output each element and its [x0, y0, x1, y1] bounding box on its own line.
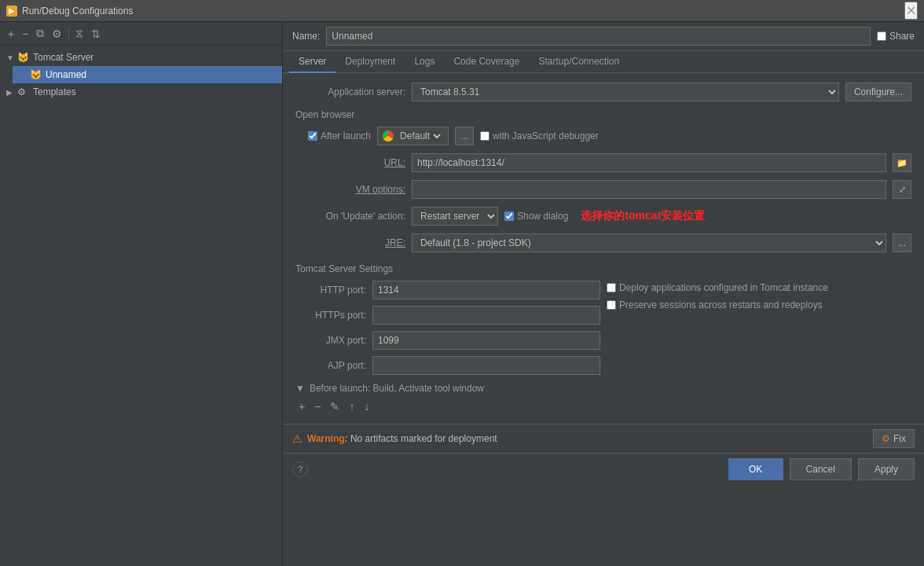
cancel-button[interactable]: Cancel [790, 458, 852, 480]
tree-unnamed-item[interactable]: 🐱 Unnamed [13, 66, 282, 83]
tab-logs[interactable]: Logs [405, 51, 444, 73]
tree-area: ▼ 🐱 Tomcat Server 🐱 Unnamed ▶ ⚙ Template… [0, 46, 282, 566]
js-debugger-label: with JavaScript debugger [493, 130, 599, 142]
warning-bold: Warning: [307, 433, 348, 444]
close-button[interactable]: ✕ [904, 2, 918, 20]
server-tab-content: Application server: Tomcat 8.5.31 Config… [283, 73, 924, 424]
tab-server[interactable]: Server [289, 51, 336, 73]
deploy-tomcat-checkbox[interactable] [607, 283, 616, 292]
http-port-row: HTTP port: [295, 281, 600, 300]
deploy-tomcat-check-wrap: Deploy applications configured in Tomcat… [607, 282, 911, 293]
run-debug-dialog: ▶ Run/Debug Configurations ✕ + − ⧉ ⚙ ⧖ ⇅… [0, 0, 924, 566]
vm-input-wrap [412, 180, 886, 199]
url-label: URL: [295, 157, 405, 168]
vm-expand-button[interactable]: ⤢ [893, 180, 911, 199]
templates-expand-icon: ▶ [6, 88, 17, 97]
url-input[interactable] [412, 153, 886, 172]
share-checkbox-wrap: Share [877, 31, 915, 42]
warning-message: No artifacts marked for deployment [350, 433, 497, 444]
tabs-bar: Server Deployment Logs Code Coverage Sta… [283, 51, 924, 73]
expand-arrow-icon: ▼ [6, 53, 17, 62]
before-launch-header: ▼ Before launch: Build, Activate tool wi… [295, 383, 911, 394]
tomcat-settings-title: Tomcat Server Settings [295, 263, 911, 274]
left-toolbar: + − ⧉ ⚙ ⧖ ⇅ [0, 22, 282, 46]
ports-left: HTTP port: HTTPs port: JMX port: [295, 281, 600, 375]
title-bar-left: ▶ Run/Debug Configurations [6, 6, 133, 17]
dialog-buttons-bar: ? OK Cancel Apply [283, 453, 924, 485]
tree-templates-group[interactable]: ▶ ⚙ Templates [0, 83, 282, 101]
tab-deployment[interactable]: Deployment [336, 51, 405, 73]
chrome-icon [383, 130, 394, 142]
warning-icon: ⚠ [292, 432, 302, 445]
before-launch-add-button[interactable]: + [295, 399, 308, 414]
on-update-row: On 'Update' action: Restart server Show … [295, 207, 911, 226]
unnamed-label: Unnamed [46, 69, 86, 80]
show-dialog-checkbox[interactable] [504, 211, 514, 221]
share-checkbox[interactable] [877, 31, 886, 41]
settings-button[interactable]: ⚙ [49, 26, 65, 42]
tomcat-group-label: Tomcat Server [33, 52, 94, 63]
http-port-input[interactable] [372, 281, 600, 300]
main-content: + − ⧉ ⚙ ⧖ ⇅ ▼ 🐱 Tomcat Server 🐱 [0, 22, 924, 566]
jre-row: JRE: Default (1.8 - project SDK) ... [295, 233, 911, 252]
add-config-button[interactable]: + [5, 26, 17, 42]
filter-button[interactable]: ⇅ [88, 26, 104, 42]
sort-button[interactable]: ⧖ [72, 25, 86, 42]
after-launch-check-wrap: After launch [308, 130, 371, 142]
app-server-row: Application server: Tomcat 8.5.31 Config… [295, 83, 911, 101]
https-port-label: HTTPs port: [295, 310, 366, 321]
tab-code-coverage[interactable]: Code Coverage [444, 51, 529, 73]
https-port-input[interactable] [372, 306, 600, 325]
on-update-select[interactable]: Restart server [412, 207, 498, 226]
app-server-select[interactable]: Tomcat 8.5.31 [412, 83, 839, 101]
before-launch-toolbar: + − ✎ ↑ ↓ [295, 399, 911, 414]
fix-label: Fix [893, 433, 906, 444]
jre-more-button[interactable]: ... [893, 233, 911, 252]
dialog-title: Run/Debug Configurations [22, 6, 133, 17]
preserve-sessions-label: Preserve sessions across restarts and re… [619, 300, 823, 311]
annotation-text-update: 选择你的tomcat安装位置 [581, 209, 705, 223]
ajp-port-input[interactable] [372, 356, 600, 375]
https-port-row: HTTPs port: [295, 306, 600, 325]
browser-select[interactable]: Default [397, 130, 443, 142]
preserve-sessions-checkbox[interactable] [607, 300, 616, 310]
ports-grid: HTTP port: HTTPs port: JMX port: [295, 281, 911, 375]
show-dialog-wrap: Show dialog [504, 211, 568, 222]
vm-options-input[interactable] [412, 180, 886, 199]
apply-button[interactable]: Apply [858, 458, 915, 480]
jmx-port-label: JMX port: [295, 335, 366, 346]
browser-ellipsis-button[interactable]: ... [455, 127, 474, 145]
jmx-port-input[interactable] [372, 331, 600, 350]
tab-startup-connection[interactable]: Startup/Connection [529, 51, 629, 73]
after-launch-checkbox[interactable] [308, 131, 317, 141]
fix-button[interactable]: ⚙ Fix [873, 429, 915, 448]
copy-config-button[interactable]: ⧉ [33, 25, 47, 42]
remove-config-button[interactable]: − [19, 26, 31, 42]
before-launch-edit-button[interactable]: ✎ [327, 399, 343, 414]
url-folder-button[interactable]: 📁 [893, 153, 911, 172]
after-launch-label: After launch [321, 130, 371, 142]
ok-button[interactable]: OK [728, 458, 783, 480]
warning-bar: ⚠ Warning: No artifacts marked for deplo… [283, 424, 924, 453]
dialog-buttons-right: OK Cancel Apply [728, 458, 915, 480]
on-update-label: On 'Update' action: [295, 211, 405, 222]
js-debugger-checkbox[interactable] [480, 131, 490, 141]
name-input[interactable] [326, 27, 871, 46]
browser-select-wrap[interactable]: Default [377, 127, 449, 145]
before-launch-up-button[interactable]: ↑ [346, 399, 358, 414]
tree-children: 🐱 Unnamed [0, 66, 282, 83]
configure-button[interactable]: Configure... [845, 83, 911, 101]
warning-text: Warning: No artifacts marked for deploym… [307, 433, 497, 444]
before-launch-remove-button[interactable]: − [311, 399, 324, 414]
tree-tomcat-group[interactable]: ▼ 🐱 Tomcat Server [0, 49, 282, 66]
help-button[interactable]: ? [292, 461, 308, 477]
deploy-options: Deploy applications configured in Tomcat… [607, 281, 911, 375]
toolbar-divider [68, 28, 69, 40]
before-launch-collapse-icon[interactable]: ▼ [295, 383, 305, 394]
before-launch-down-button[interactable]: ↓ [361, 399, 372, 414]
jre-select[interactable]: Default (1.8 - project SDK) [412, 233, 886, 252]
deploy-tomcat-label: Deploy applications configured in Tomcat… [619, 282, 828, 293]
configure-arrow-annotation [778, 73, 872, 79]
ajp-port-label: AJP port: [295, 360, 366, 371]
js-debugger-wrap: with JavaScript debugger [480, 130, 599, 142]
